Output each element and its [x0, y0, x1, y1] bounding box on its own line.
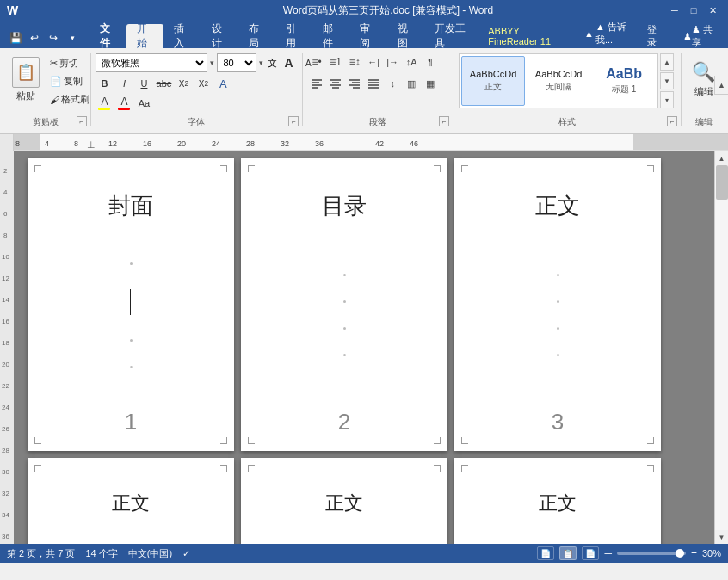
- zoom-out-button[interactable]: ─: [604, 547, 612, 559]
- subscript-button[interactable]: X2: [175, 75, 192, 92]
- align-center-button[interactable]: [327, 75, 344, 92]
- corner-tr: [647, 465, 654, 472]
- style-card-normal[interactable]: AaBbCcDd 正文: [461, 56, 525, 106]
- view-outline-button[interactable]: 📄: [582, 546, 599, 560]
- tab-layout[interactable]: 布局: [238, 24, 275, 48]
- maximize-button[interactable]: □: [685, 2, 702, 19]
- page-1[interactable]: 封面 1: [28, 158, 234, 451]
- scroll-thumb[interactable]: [716, 165, 728, 200]
- document-canvas[interactable]: 封面 1 目录: [14, 151, 714, 544]
- paragraph-expand[interactable]: ⌐: [439, 116, 449, 126]
- styles-scroll-up[interactable]: ▲: [660, 53, 674, 71]
- page-6-title: 正文: [539, 491, 577, 516]
- tab-abbyy[interactable]: ABBYY FineReader 11: [478, 24, 576, 48]
- zoom-in-button[interactable]: +: [691, 547, 697, 559]
- styles-expand-button[interactable]: ▾: [660, 91, 674, 108]
- shading-button[interactable]: ▥: [403, 75, 420, 92]
- align-right-button[interactable]: [346, 75, 363, 92]
- dot: [557, 274, 559, 276]
- strikethrough-button[interactable]: abc: [155, 75, 172, 92]
- view-web-button[interactable]: 📋: [559, 546, 577, 560]
- ruler-corner: [0, 134, 14, 151]
- line-spacing-button[interactable]: ↕: [384, 75, 401, 92]
- numbering-button[interactable]: ≡1: [327, 53, 344, 71]
- styles-expand[interactable]: ⌐: [667, 116, 677, 126]
- underline-button[interactable]: U: [135, 75, 152, 92]
- font-size-increase-button[interactable]: A: [280, 54, 297, 71]
- notify-button[interactable]: ▲ ▲ 告诉我...: [579, 19, 637, 48]
- font-expand[interactable]: ⌐: [288, 116, 299, 126]
- corner-tl: [34, 165, 41, 172]
- scroll-down-button[interactable]: ▼: [715, 530, 729, 544]
- align-left-button[interactable]: [308, 75, 325, 92]
- increase-indent-button[interactable]: |→: [384, 53, 401, 71]
- tab-references[interactable]: 引用: [275, 24, 312, 48]
- expand-font-button[interactable]: 文: [268, 57, 277, 70]
- page-6[interactable]: 正文: [454, 458, 661, 544]
- highlight-color-button[interactable]: A: [96, 95, 113, 112]
- font-size-select[interactable]: 80: [217, 53, 256, 72]
- font-name-dropdown[interactable]: ▾: [210, 59, 214, 67]
- corner-tr: [220, 465, 227, 472]
- bold-button[interactable]: B: [96, 75, 113, 92]
- style-card-nospacing[interactable]: AaBbCcDd 无间隔: [527, 56, 590, 106]
- tab-home[interactable]: 开始: [126, 24, 163, 48]
- page-3[interactable]: 正文 3: [454, 158, 661, 451]
- quick-access-dropdown[interactable]: ▾: [64, 29, 81, 46]
- cut-button[interactable]: ✂ 剪切: [46, 55, 93, 71]
- svg-text:26: 26: [2, 425, 9, 433]
- decrease-indent-button[interactable]: ←|: [365, 53, 382, 71]
- dot: [343, 300, 346, 303]
- italic-button[interactable]: I: [115, 75, 133, 92]
- tab-view[interactable]: 视图: [387, 24, 424, 48]
- tab-developer[interactable]: 开发工具: [424, 24, 478, 48]
- borders-button[interactable]: ▦: [422, 75, 439, 92]
- ribbon-collapse-button[interactable]: ▲: [714, 76, 728, 95]
- multilevel-list-button[interactable]: ≡↕: [346, 53, 363, 71]
- superscript-button[interactable]: X2: [194, 75, 212, 92]
- text-effect-button[interactable]: A: [214, 75, 231, 92]
- format-painter-button[interactable]: 🖌 格式刷: [46, 91, 93, 108]
- tab-design[interactable]: 设计: [201, 24, 238, 48]
- save-button[interactable]: 💾: [7, 29, 24, 46]
- page-2-number: 2: [338, 409, 350, 435]
- justify-button[interactable]: [365, 75, 382, 92]
- tab-review[interactable]: 审阅: [349, 24, 386, 48]
- page-5[interactable]: 正文: [241, 458, 447, 544]
- bullets-button[interactable]: ≡•: [308, 53, 325, 71]
- scroll-up-button[interactable]: ▲: [715, 151, 729, 165]
- view-print-button[interactable]: 📄: [537, 546, 554, 560]
- sort-button[interactable]: ↕A: [403, 53, 420, 71]
- scroll-track[interactable]: [715, 165, 728, 530]
- font-color-button[interactable]: A: [115, 95, 133, 112]
- login-button[interactable]: 登录: [637, 24, 673, 48]
- styles-scroll-down[interactable]: ▼: [660, 72, 674, 89]
- close-button[interactable]: ✕: [704, 2, 721, 19]
- page-4-title: 正文: [112, 491, 150, 516]
- minimize-button[interactable]: ─: [666, 2, 683, 19]
- share-button[interactable]: ♟ ♟ 共享: [673, 24, 725, 48]
- paste-button[interactable]: 📋 粘贴: [7, 53, 45, 105]
- dot: [557, 300, 559, 303]
- dot: [557, 354, 559, 356]
- tab-insert[interactable]: 插入: [163, 24, 201, 48]
- font-name-select[interactable]: 微软雅黑: [96, 53, 207, 72]
- redo-button[interactable]: ↪: [45, 29, 62, 46]
- tab-file[interactable]: 文件: [89, 24, 126, 48]
- undo-button[interactable]: ↩: [26, 29, 43, 46]
- change-case-button[interactable]: Aa: [135, 95, 152, 112]
- copy-button[interactable]: 📄 复制: [46, 73, 93, 89]
- svg-rect-17: [633, 134, 728, 151]
- style-card-heading1[interactable]: AaBb 标题 1: [592, 56, 656, 106]
- svg-text:14: 14: [2, 296, 9, 304]
- vertical-scrollbar[interactable]: ▲ ▼: [714, 151, 728, 544]
- clipboard-expand[interactable]: ⌐: [77, 116, 87, 126]
- font-size-dropdown[interactable]: ▾: [259, 59, 263, 67]
- page-2[interactable]: 目录 2: [241, 158, 447, 451]
- tab-mailings[interactable]: 邮件: [312, 24, 349, 48]
- page-4[interactable]: 正文: [28, 458, 234, 544]
- corner-tr: [434, 165, 441, 172]
- show-marks-button[interactable]: ¶: [422, 53, 439, 71]
- corner-br: [220, 437, 227, 444]
- zoom-slider[interactable]: [617, 552, 686, 555]
